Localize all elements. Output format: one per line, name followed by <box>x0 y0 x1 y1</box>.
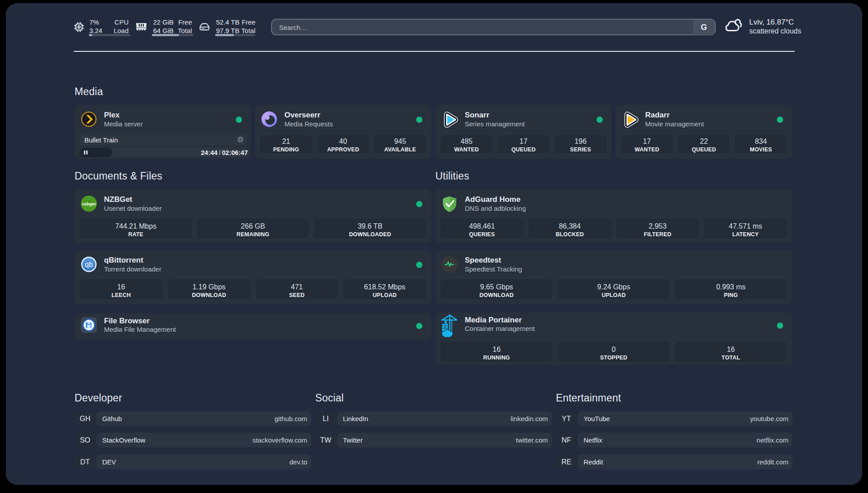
svg-text:nzbget: nzbget <box>82 201 96 206</box>
svg-text:qb: qb <box>85 261 93 268</box>
